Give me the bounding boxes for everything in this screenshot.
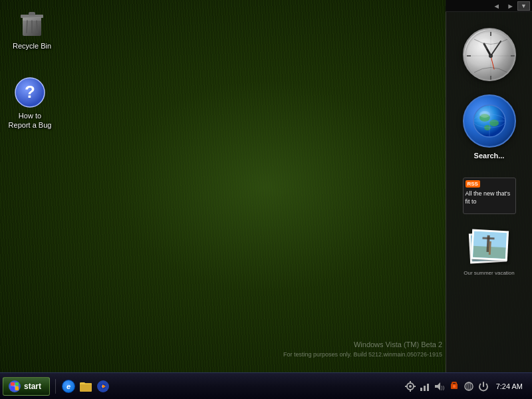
rss-content: All the new that's fit to: [466, 190, 513, 205]
svg-rect-58: [453, 385, 456, 388]
windows-icon: [11, 382, 19, 390]
recycle-bin-label: Recycle Bin: [13, 41, 51, 51]
settings-tray-icon[interactable]: [404, 380, 416, 392]
svg-rect-51: [420, 388, 422, 391]
svg-marker-54: [435, 382, 440, 390]
sidebar-left-arrow[interactable]: ◄: [489, 1, 503, 11]
photo-stack: [466, 227, 513, 267]
svg-rect-47: [410, 381, 411, 384]
sidebar-dropdown[interactable]: ▼: [517, 1, 530, 11]
photo-widget[interactable]: Our summer vacation: [464, 227, 514, 276]
svg-line-3: [27, 20, 27, 33]
volume-tray-icon[interactable]: )): [434, 380, 446, 392]
photo-label: Our summer vacation: [464, 270, 514, 276]
watermark: Windows Vista (TM) Beta 2 For testing pu…: [283, 339, 442, 359]
media-player-icon[interactable]: [96, 379, 110, 394]
watermark-line1: Windows Vista (TM) Beta 2: [283, 339, 442, 350]
svg-rect-49: [405, 386, 408, 387]
photo-card-front: [470, 229, 508, 261]
rss-feed: RSS All the new that's fit to: [463, 178, 516, 214]
win-pane-green: [15, 382, 19, 386]
win-pane-yellow: [15, 386, 19, 390]
folder-icon[interactable]: [78, 379, 93, 394]
svg-rect-50: [413, 386, 416, 387]
recycle-bin-icon[interactable]: Recycle Bin: [5, 7, 59, 51]
search-globe: [463, 94, 516, 148]
clock-face: [463, 28, 516, 81]
svg-rect-6: [23, 17, 41, 21]
search-widget[interactable]: Search...: [463, 94, 516, 148]
svg-point-22: [478, 39, 494, 49]
svg-rect-2: [29, 12, 35, 15]
report-bug-label: How to Report a Bug: [9, 111, 52, 130]
search-label: Search...: [474, 152, 505, 160]
svg-text:)): )): [441, 384, 445, 390]
svg-line-5: [37, 20, 37, 33]
sidebar-right-arrow[interactable]: ►: [503, 1, 517, 11]
watermark-line2: For testing purposes only. Build 5212.wi…: [283, 350, 442, 360]
sidebar-controls: ◄ ► ▼: [446, 0, 532, 12]
svg-point-46: [409, 385, 412, 388]
start-label: start: [24, 382, 41, 391]
svg-point-10: [15, 78, 45, 107]
svg-rect-48: [410, 389, 411, 392]
win-pane-blue: [11, 386, 15, 390]
help-icon: ?: [14, 76, 46, 108]
system-tray: )) 7:24 AM: [404, 380, 532, 392]
security-tray-icon[interactable]: [448, 380, 460, 392]
svg-rect-37: [473, 246, 506, 259]
network-tray-icon[interactable]: [419, 380, 431, 392]
svg-rect-53: [427, 384, 429, 391]
windows-logo: [9, 380, 21, 392]
taskbar-clock[interactable]: 7:24 AM: [492, 381, 527, 392]
rss-widget[interactable]: RSS All the new that's fit to: [463, 178, 516, 214]
taskbar: start: [0, 372, 532, 399]
svg-point-25: [489, 120, 499, 126]
svg-rect-52: [424, 386, 426, 391]
trash-icon: [16, 7, 48, 39]
start-button[interactable]: start: [3, 377, 50, 396]
quick-launch: [55, 379, 110, 394]
desktop: Recycle Bin ? How to Report a Bug: [0, 0, 532, 372]
network2-tray-icon[interactable]: [463, 380, 475, 392]
sidebar-panel: ◄ ► ▼: [446, 0, 532, 372]
svg-line-18: [491, 56, 494, 69]
report-bug-icon[interactable]: ? How to Report a Bug: [3, 76, 57, 130]
clock-widget[interactable]: [463, 28, 516, 81]
power-tray-icon[interactable]: [477, 380, 489, 392]
rss-badge: RSS: [466, 180, 480, 188]
win-pane-red: [11, 382, 15, 386]
ie-logo: [62, 380, 75, 393]
ie-icon[interactable]: [61, 379, 76, 394]
svg-point-30: [479, 111, 490, 118]
